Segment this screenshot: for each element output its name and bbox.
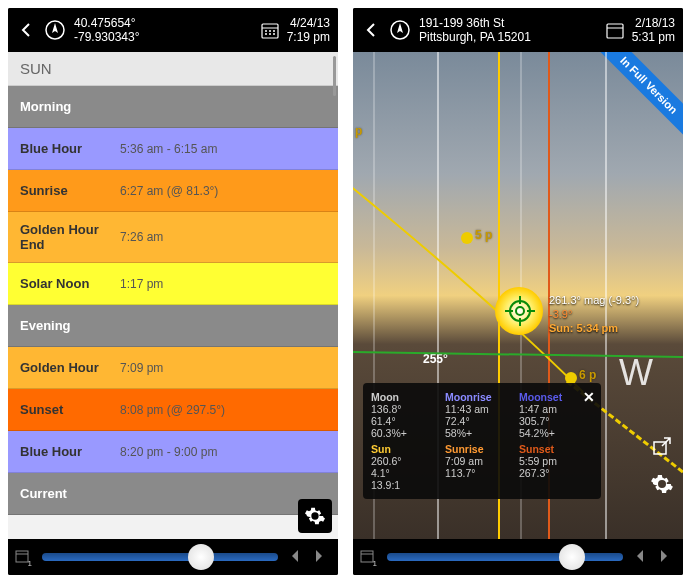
sunset-val: 5:59 pm: [519, 455, 593, 467]
sunrise-hdr: Sunrise: [445, 443, 519, 455]
arc-label-6p: 6 p: [579, 368, 596, 382]
sunset-hdr: Sunset: [519, 443, 593, 455]
sunrise-val2: 113.7°: [445, 467, 519, 479]
sun-altitude: -3.9°: [549, 308, 572, 320]
list-row[interactable]: Golden Hour7:09 pm: [8, 347, 338, 389]
slider-thumb[interactable]: [559, 544, 585, 570]
row-label: Solar Noon: [20, 276, 120, 291]
moonrise-hdr: Moonrise: [445, 391, 519, 403]
sun-list[interactable]: SUN MorningBlue Hour5:36 am - 6:15 amSun…: [8, 52, 338, 539]
moonset-val: 1:47 am: [519, 403, 593, 415]
row-label: Blue Hour: [20, 141, 120, 156]
row-label: Golden Hour: [20, 360, 120, 375]
moonrise-val2: 72.4°: [445, 415, 519, 427]
next-button[interactable]: [656, 548, 674, 566]
slider-index: 1: [373, 559, 377, 568]
latitude: 40.475654°: [74, 16, 259, 30]
section-header: SUN: [8, 52, 338, 86]
svg-point-15: [516, 307, 524, 315]
svg-point-8: [273, 33, 275, 35]
moonrise-val: 11:43 am: [445, 403, 519, 415]
date: 4/24/13: [287, 16, 330, 30]
next-button[interactable]: [311, 548, 329, 566]
list-row[interactable]: Current: [8, 473, 338, 515]
list-row[interactable]: Solar Noon1:17 pm: [8, 263, 338, 305]
row-label: Evening: [20, 318, 120, 333]
row-label: Current: [20, 486, 120, 501]
compass-icon[interactable]: [44, 19, 66, 41]
list-row[interactable]: Blue Hour5:36 am - 6:15 am: [8, 128, 338, 170]
slider-thumb[interactable]: [188, 544, 214, 570]
time-slider[interactable]: [387, 553, 623, 561]
date: 2/18/13: [632, 16, 675, 30]
row-value: 7:09 pm: [120, 361, 163, 375]
row-value: 6:27 am (@ 81.3°): [120, 184, 218, 198]
time: 5:31 pm: [632, 30, 675, 44]
address-line2: Pittsburgh, PA 15201: [419, 30, 604, 44]
list-row[interactable]: Sunrise6:27 am (@ 81.3°): [8, 170, 338, 212]
moonset-val3: 54.2%+: [519, 427, 593, 439]
list-row[interactable]: Golden Hour End7:26 am: [8, 212, 338, 263]
sun-val: 260.6°: [371, 455, 445, 467]
timeline-bar: 1: [8, 539, 338, 575]
svg-point-6: [265, 33, 267, 35]
list-row[interactable]: Morning: [8, 86, 338, 128]
calendar-mark-icon[interactable]: 1: [359, 548, 375, 566]
svg-point-7: [269, 33, 271, 35]
svg-rect-9: [16, 551, 28, 562]
scrollbar[interactable]: [333, 56, 336, 96]
arc-label-p: p: [355, 124, 362, 138]
row-value: 5:36 am - 6:15 am: [120, 142, 217, 156]
sun-val2: 4.1°: [371, 467, 445, 479]
time-slider[interactable]: [42, 553, 278, 561]
row-value: 7:26 am: [120, 230, 163, 244]
row-label: Morning: [20, 99, 120, 114]
calendar-icon[interactable]: [604, 19, 626, 41]
svg-point-5: [273, 30, 275, 32]
row-value: 8:08 pm (@ 297.5°): [120, 403, 225, 417]
calendar-icon[interactable]: [259, 19, 281, 41]
datetime[interactable]: 4/24/13 7:19 pm: [287, 16, 330, 45]
moon-val3: 60.3%+: [371, 427, 445, 439]
ar-camera-view[interactable]: In Full Version 255° W 5 p 6 p p 261.3° …: [353, 52, 683, 539]
moon-val: 136.8°: [371, 403, 445, 415]
share-button[interactable]: [643, 429, 681, 463]
info-panel: ✕ Moon Moonrise Moonset 136.8° 11:43 am …: [363, 383, 601, 499]
settings-button[interactable]: [643, 467, 681, 501]
row-value: 1:17 pm: [120, 277, 163, 291]
moon-hdr: Moon: [371, 391, 445, 403]
sunset-val2: 267.3°: [519, 467, 593, 479]
list-row[interactable]: Sunset8:08 pm (@ 297.5°): [8, 389, 338, 431]
moonrise-val3: 58%+: [445, 427, 519, 439]
location-address[interactable]: 191-199 36th St Pittsburgh, PA 15201: [419, 16, 604, 45]
back-button[interactable]: [16, 20, 36, 40]
location-coords[interactable]: 40.475654° -79.930343°: [74, 16, 259, 45]
longitude: -79.930343°: [74, 30, 259, 44]
topbar: 40.475654° -79.930343° 4/24/13 7:19 pm: [8, 8, 338, 52]
row-label: Sunset: [20, 402, 120, 417]
svg-point-4: [269, 30, 271, 32]
screen-sun-list: 40.475654° -79.930343° 4/24/13 7:19 pm S…: [8, 8, 338, 575]
sun-time: Sun: 5:34 pm: [549, 322, 618, 334]
address-line1: 191-199 36th St: [419, 16, 604, 30]
back-button[interactable]: [361, 20, 381, 40]
settings-button[interactable]: [298, 499, 332, 533]
sun-hdr: Sun: [371, 443, 445, 455]
list-row[interactable]: Evening: [8, 305, 338, 347]
arc-label-5p: 5 p: [475, 228, 492, 242]
list-row[interactable]: Blue Hour8:20 pm - 9:00 pm: [8, 431, 338, 473]
svg-rect-21: [361, 551, 373, 562]
target-reticle: [505, 296, 535, 326]
close-button[interactable]: ✕: [583, 389, 595, 405]
calendar-mark-icon[interactable]: 1: [14, 548, 30, 566]
moonset-val2: 305.7°: [519, 415, 593, 427]
datetime[interactable]: 2/18/13 5:31 pm: [632, 16, 675, 45]
sunrise-val: 7:09 am: [445, 455, 519, 467]
prev-button[interactable]: [287, 548, 305, 566]
arc-point-5p: [461, 232, 473, 244]
row-value: 8:20 pm - 9:00 pm: [120, 445, 217, 459]
row-label: Blue Hour: [20, 444, 120, 459]
compass-icon[interactable]: [389, 19, 411, 41]
timeline-bar: 1: [353, 539, 683, 575]
prev-button[interactable]: [632, 548, 650, 566]
